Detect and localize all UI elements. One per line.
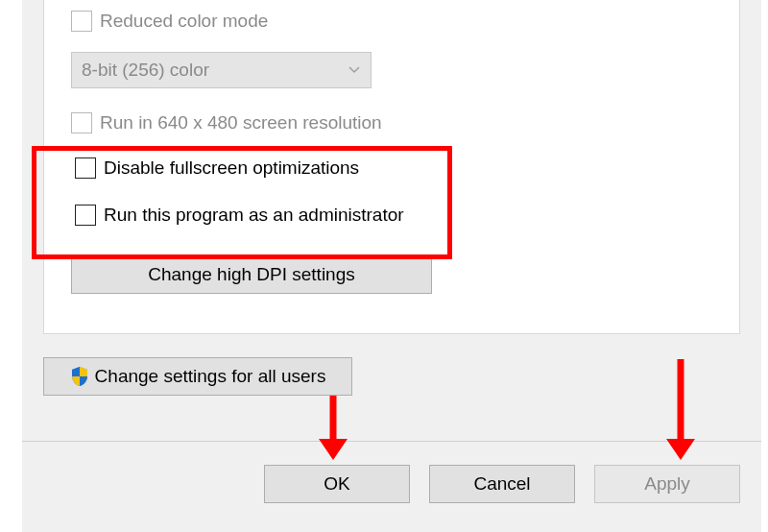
change-all-users-label: Change settings for all users [95, 366, 326, 387]
dialog-buttons: OK Cancel Apply [264, 465, 740, 503]
change-all-users-button[interactable]: Change settings for all users [43, 357, 352, 396]
checkbox-reduced-color[interactable] [71, 11, 92, 32]
apply-label: Apply [644, 473, 690, 495]
row-run-as-admin: Run this program as an administrator [75, 205, 404, 226]
row-reduced-color: Reduced color mode [71, 11, 268, 32]
label-reduced-color: Reduced color mode [100, 11, 268, 32]
row-run-640x480: Run in 640 x 480 screen resolution [71, 112, 382, 133]
chevron-down-icon [348, 63, 361, 77]
apply-button[interactable]: Apply [594, 465, 740, 503]
row-disable-fullscreen: Disable fullscreen optimizations [75, 157, 359, 179]
change-dpi-label: Change high DPI settings [148, 264, 354, 285]
label-run-640x480: Run in 640 x 480 screen resolution [100, 112, 382, 133]
checkbox-disable-fullscreen[interactable] [75, 157, 96, 179]
settings-group: Reduced color mode 8-bit (256) color Run… [43, 0, 740, 334]
label-run-as-admin: Run this program as an administrator [104, 205, 404, 226]
cancel-button[interactable]: Cancel [429, 465, 575, 503]
ok-label: OK [324, 473, 349, 495]
shield-icon [70, 366, 89, 387]
select-color-mode[interactable]: 8-bit (256) color [71, 52, 372, 88]
cancel-label: Cancel [473, 473, 530, 495]
change-dpi-button[interactable]: Change high DPI settings [71, 255, 432, 294]
dialog-panel: Reduced color mode 8-bit (256) color Run… [22, 0, 761, 532]
select-color-mode-value: 8-bit (256) color [82, 60, 209, 81]
checkbox-run-640x480[interactable] [71, 112, 92, 133]
checkbox-run-as-admin[interactable] [75, 205, 96, 226]
divider [22, 441, 761, 442]
ok-button[interactable]: OK [264, 465, 410, 503]
label-disable-fullscreen: Disable fullscreen optimizations [104, 157, 359, 179]
